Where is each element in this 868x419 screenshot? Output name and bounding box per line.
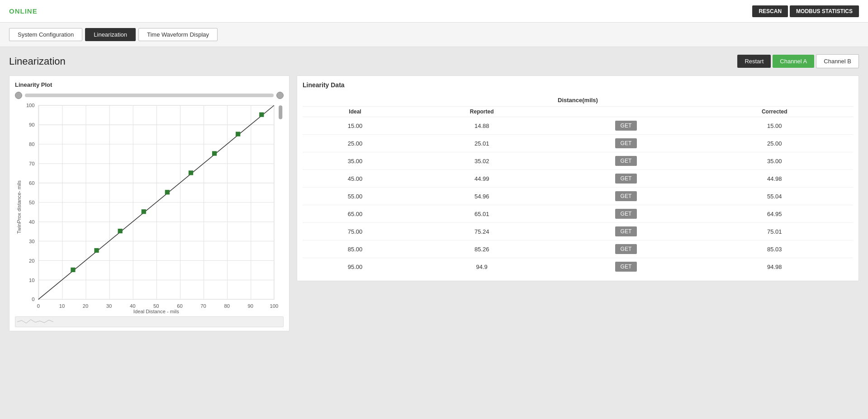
nav-tabs: System Configuration Linearization Time …: [0, 23, 868, 47]
svg-text:20: 20: [83, 303, 88, 309]
data-point-4: [142, 209, 146, 214]
svg-text:90: 90: [29, 122, 34, 127]
restart-button[interactable]: Restart: [737, 55, 771, 68]
cell-reported-4: 54.96: [408, 188, 556, 205]
get-button-3[interactable]: GET: [615, 174, 637, 184]
svg-text:70: 70: [29, 161, 34, 166]
svg-text:40: 40: [29, 219, 34, 225]
cell-get-8: GET: [556, 258, 696, 276]
svg-text:50: 50: [153, 303, 159, 309]
cell-corrected-3: 44.98: [696, 170, 854, 188]
get-button-5[interactable]: GET: [615, 209, 637, 219]
get-button-2[interactable]: GET: [615, 156, 637, 166]
cell-ideal-1: 25.00: [303, 135, 408, 152]
cell-ideal-4: 55.00: [303, 188, 408, 205]
svg-text:10: 10: [29, 278, 34, 283]
slider-right-handle[interactable]: [276, 92, 284, 99]
svg-text:30: 30: [106, 303, 112, 309]
top-bar-buttons: RESCAN MODBUS STATISTICS: [752, 5, 859, 17]
cell-get-7: GET: [556, 240, 696, 258]
data-point-3: [118, 229, 123, 233]
cell-get-4: GET: [556, 188, 696, 205]
chart-panel: Linearity Plot: [9, 75, 289, 331]
col-get-header: [556, 107, 696, 117]
svg-text:80: 80: [224, 303, 229, 309]
channel-b-button[interactable]: Channel B: [816, 54, 859, 68]
header-buttons: Restart Channel A Channel B: [737, 54, 859, 68]
tab-linearization[interactable]: Linearization: [85, 28, 136, 41]
table-row: 85.00 85.26 GET 85.03: [303, 240, 853, 258]
cell-reported-0: 14.88: [408, 117, 556, 135]
chart-area: 0 10 20 30 40 50 60 70 80 90 100 TwinPro…: [15, 101, 284, 315]
svg-text:90: 90: [248, 303, 253, 309]
data-point-1: [71, 268, 75, 272]
slider-left-handle[interactable]: [15, 92, 22, 99]
svg-text:10: 10: [59, 303, 65, 309]
data-point-5: [165, 190, 170, 194]
svg-text:40: 40: [130, 303, 135, 309]
svg-text:0: 0: [32, 297, 34, 302]
cell-corrected-6: 75.01: [696, 223, 854, 240]
chart-panel-title: Linearity Plot: [15, 81, 284, 88]
get-button-7[interactable]: GET: [615, 244, 637, 254]
page-title: Linearization: [9, 56, 66, 67]
get-button-0[interactable]: GET: [615, 121, 637, 131]
online-status: ONLINE: [9, 7, 38, 15]
tab-system-configuration[interactable]: System Configuration: [9, 28, 82, 41]
cell-get-6: GET: [556, 223, 696, 240]
range-slider[interactable]: [15, 92, 284, 99]
col-corrected-header: Corrected: [696, 107, 854, 117]
svg-text:30: 30: [29, 239, 34, 244]
channel-a-button[interactable]: Channel A: [773, 55, 814, 68]
get-button-4[interactable]: GET: [615, 191, 637, 201]
table-row: 95.00 94.9 GET 94.98: [303, 258, 853, 276]
table-row: 65.00 65.01 GET 64.95: [303, 205, 853, 223]
svg-text:20: 20: [29, 258, 34, 264]
scrollbar-thumb[interactable]: [279, 105, 282, 119]
cell-ideal-5: 65.00: [303, 205, 408, 223]
cell-corrected-0: 15.00: [696, 117, 854, 135]
svg-text:TwinProx distance- mils: TwinProx distance- mils: [16, 180, 22, 234]
svg-text:80: 80: [29, 141, 34, 147]
data-panel-title: Linearity Data: [303, 81, 853, 89]
get-button-8[interactable]: GET: [615, 262, 637, 272]
table-row: 75.00 75.24 GET 75.01: [303, 223, 853, 240]
table-row: 35.00 35.02 GET 35.00: [303, 152, 853, 170]
cell-corrected-7: 85.03: [696, 240, 854, 258]
cell-get-5: GET: [556, 205, 696, 223]
table-row: 25.00 25.01 GET 25.00: [303, 135, 853, 152]
tab-time-waveform[interactable]: Time Waveform Display: [138, 28, 218, 41]
cell-corrected-5: 64.95: [696, 205, 854, 223]
svg-text:0: 0: [37, 303, 40, 309]
get-button-1[interactable]: GET: [615, 138, 637, 148]
cell-ideal-3: 45.00: [303, 170, 408, 188]
table-row: 55.00 54.96 GET 55.04: [303, 188, 853, 205]
cell-reported-6: 75.24: [408, 223, 556, 240]
data-point-7: [212, 151, 217, 155]
data-point-2: [94, 248, 99, 253]
cell-reported-1: 25.01: [408, 135, 556, 152]
data-point-8: [236, 132, 240, 136]
data-point-9: [259, 113, 264, 117]
data-point-6: [189, 170, 193, 175]
main-layout: Linearity Plot: [9, 75, 859, 331]
modbus-statistics-button[interactable]: MODBUS STATISTICS: [790, 5, 859, 17]
rescan-button[interactable]: RESCAN: [752, 5, 788, 17]
cell-corrected-2: 35.00: [696, 152, 854, 170]
cell-get-2: GET: [556, 152, 696, 170]
cell-ideal-8: 95.00: [303, 258, 408, 276]
page-header: Linearization Restart Channel A Channel …: [9, 54, 859, 68]
cell-get-1: GET: [556, 135, 696, 152]
cell-ideal-0: 15.00: [303, 117, 408, 135]
page-content: Linearization Restart Channel A Channel …: [0, 47, 868, 339]
slider-track[interactable]: [25, 94, 274, 97]
col-reported-header: Reported: [408, 107, 556, 117]
linearity-plot-svg: 0 10 20 30 40 50 60 70 80 90 100 TwinPro…: [15, 101, 284, 313]
get-button-6[interactable]: GET: [615, 226, 637, 236]
cell-ideal-6: 75.00: [303, 223, 408, 240]
table-row: 15.00 14.88 GET 15.00: [303, 117, 853, 135]
svg-text:Ideal Distance - mils: Ideal Distance - mils: [133, 309, 179, 313]
cell-reported-8: 94.9: [408, 258, 556, 276]
minimap: [15, 316, 284, 327]
cell-corrected-4: 55.04: [696, 188, 854, 205]
